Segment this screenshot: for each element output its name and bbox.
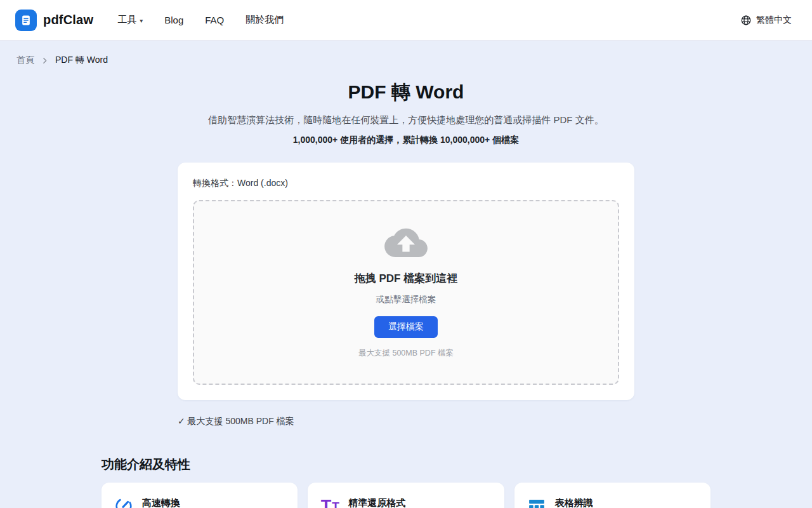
feature-card-format: TT 精準還原格式 文字、段落、字型樣式高度還原，大幅減少轉換後的手動調整 <box>308 483 504 508</box>
feature-card-speed: 高速轉換 絕大多數 PDF 在 30 秒內完成轉換，即傳即轉，無需排隊等待 <box>102 483 298 508</box>
language-label: 繁體中文 <box>756 15 792 26</box>
feature-grid: 高速轉換 絕大多數 PDF 在 30 秒內完成轉換，即傳即轉，無需排隊等待 TT… <box>102 483 710 508</box>
nav-item-blog-label: Blog <box>164 15 183 25</box>
page-title: PDF 轉 Word <box>0 79 812 105</box>
usage-stats: 1,000,000+ 使用者的選擇，累計轉換 10,000,000+ 個檔案 <box>0 135 812 146</box>
brand-logo[interactable]: pdfClaw <box>15 10 93 31</box>
dropzone-title: 拖拽 PDF 檔案到這裡 <box>355 271 457 286</box>
breadcrumb-current: PDF 轉 Word <box>55 55 108 66</box>
globe-icon <box>740 15 752 26</box>
breadcrumb-home-link[interactable]: 首頁 <box>16 55 34 66</box>
nav-item-tools[interactable]: 工具 ▾ <box>117 14 143 26</box>
hero-section: PDF 轉 Word 借助智慧演算法技術，隨時隨地在任何裝置上，方便快捷地處理您… <box>0 79 812 146</box>
brand-name: pdfClaw <box>43 13 93 27</box>
main-nav: 工具 ▾ Blog FAQ 關於我們 <box>117 14 284 26</box>
breadcrumb: 首頁 PDF 轉 Word <box>0 41 812 66</box>
conversion-format-label: 轉換格式：Word (.docx) <box>193 178 619 189</box>
typography-icon: TT <box>319 495 341 508</box>
max-size-footnote: ✓ 最大支援 500MB PDF 檔案 <box>178 416 634 427</box>
choose-file-button[interactable]: 選擇檔案 <box>374 316 438 338</box>
upload-card: 轉換格式：Word (.docx) 拖拽 PDF 檔案到這裡 或點擊選擇檔案 選… <box>178 163 634 400</box>
feature-title: 高速轉換 <box>142 495 286 508</box>
pdfclaw-logo-icon <box>15 10 37 31</box>
nav-item-blog[interactable]: Blog <box>164 15 183 25</box>
language-switcher[interactable]: 繁體中文 <box>740 15 792 26</box>
dropzone-subtitle: 或點擊選擇檔案 <box>376 294 436 305</box>
speedometer-icon <box>113 495 134 508</box>
table-icon <box>526 495 547 508</box>
feature-title: 精準還原格式 <box>348 495 492 508</box>
nav-item-about-label: 關於我們 <box>246 14 284 26</box>
nav-item-faq[interactable]: FAQ <box>205 15 224 25</box>
file-dropzone[interactable]: 拖拽 PDF 檔案到這裡 或點擊選擇檔案 選擇檔案 最大支援 500MB PDF… <box>193 200 619 385</box>
cloud-upload-icon <box>384 227 428 257</box>
chevron-right-icon <box>41 57 49 65</box>
feature-title: 表格辨識 <box>555 495 699 508</box>
feature-card-table: 表格辨識 自動辨識並還原 PDF 中的表格結構，行列資料清晰對應 <box>514 483 710 508</box>
top-navigation-bar: pdfClaw 工具 ▾ Blog FAQ 關於我們 繁體中文 <box>0 0 812 41</box>
features-section: 功能介紹及特性 高速轉換 絕大多數 PDF 在 30 秒內完成轉換，即傳即轉，無… <box>102 456 710 508</box>
chevron-down-icon: ▾ <box>140 17 143 24</box>
page-subtitle: 借助智慧演算法技術，隨時隨地在任何裝置上，方便快捷地處理您的普通或掃描件 PDF… <box>0 114 812 126</box>
nav-item-tools-label: 工具 <box>117 14 136 26</box>
nav-item-faq-label: FAQ <box>205 15 224 25</box>
max-size-note: 最大支援 500MB PDF 檔案 <box>358 348 454 359</box>
features-heading: 功能介紹及特性 <box>102 456 710 473</box>
nav-item-about[interactable]: 關於我們 <box>246 14 284 26</box>
